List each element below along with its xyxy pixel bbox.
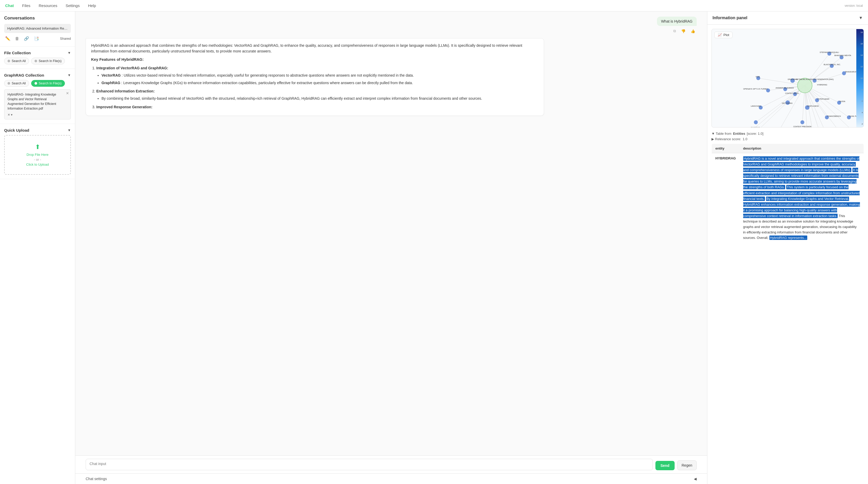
quick-upload-section: Quick Upload ▼ ⬆ Drop File Here - or - C… [0,124,75,179]
svg-point-41 [801,120,804,124]
toggle-dot [7,60,10,62]
toggle-dot-2 [34,60,37,62]
chat-input-area: Send Regen [75,455,707,473]
graphrag-collection-toggles: Search All Search In File(s) [4,80,71,87]
graphrag-collection-section: GraphRAG Collection ▼ Search All Search … [0,69,75,124]
toggle-dot-4 [34,82,37,85]
graphrag-collection-label: GraphRAG Collection [4,73,44,78]
entity-column-header: entity [712,144,740,153]
scale-bar: 18 16 14 12 10 8 6 4 2 [856,29,864,127]
shared-badge: Shared [60,37,71,40]
svg-text:LANGCHAIN: LANGCHAIN [751,105,761,107]
plot-tab-label: Plot [723,33,729,37]
conversation-item[interactable]: HybridRAG: Advanced Information Retrievc [4,24,71,33]
file-card-name: HybridRAG- Integrating Knowledge Graphs … [7,92,67,111]
chat-settings-chevron-icon: ◀ [694,477,697,481]
bot-features-title: Key Features of HybridRAG: [91,56,538,63]
conversations-section: Conversations HybridRAG: Advanced Inform… [0,11,75,47]
feature1-title: Integration of VectorRAG and GraphRAG: [96,65,538,71]
delete-button[interactable]: 🗑 [14,35,20,42]
description-highlighted-5: HybridRAG represents... [769,236,807,240]
chat-input[interactable] [86,459,653,470]
plot-icon: 📈 [718,33,722,37]
info-panel-title: Information panel [713,16,747,20]
description-column-header: description [740,144,864,153]
file-collection-label: File Collection [4,51,31,55]
scale-6: 6 [857,100,863,102]
copy-message-button[interactable]: ⧉ [672,28,678,34]
upload-icon: ⬆ [9,143,66,151]
graphrag-search-all-button[interactable]: Search All [4,80,29,87]
thumbsdown-button[interactable]: 👎 [680,28,687,34]
svg-text:VECTORRAG: VECTORRAG [782,102,793,104]
nav-settings[interactable]: Settings [66,3,80,8]
upload-area[interactable]: ⬆ Drop File Here - or - Click to Upload [4,135,71,175]
relevance-expand-button[interactable]: ▶ Relevance score: [711,137,741,141]
quick-upload-label: Quick Upload [4,128,29,132]
scale-14: 14 [857,54,863,56]
svg-text:BLACKROCK, INC.: BLACKROCK, INC. [824,63,841,66]
file-collection-header: File Collection ▼ [4,51,71,55]
plot-area: 📈 Plot [711,29,864,127]
svg-point-57 [797,78,812,93]
graph-label: GraphRAG [101,81,120,85]
nav-resources[interactable]: Resources [39,3,57,8]
relevance-row: ▶ Relevance score: 1.0 [711,137,864,141]
info-panel: Information panel ▼ 📈 Plot [707,11,868,484]
chat-settings-bar[interactable]: Chat settings ◀ [75,473,707,484]
svg-text:BHAGASH MEHTA: BHAGASH MEHTA [834,54,851,57]
thumbsup-button[interactable]: 👍 [689,28,697,34]
bot-message: HybridRAG is an advanced approach that c… [86,38,544,116]
file-card-more[interactable]: ✕ ▾ [7,113,67,117]
drop-text: Drop File Here [9,153,66,157]
scale-8: 8 [857,89,863,91]
svg-text:PYPDFOADER: PYPDFOADER [818,98,830,100]
conversations-title: Conversations [4,16,71,21]
chat-settings-label: Chat settings [86,477,107,481]
table-from-score: [score: 1.0] [747,132,764,135]
file-search-all-label: Search All [12,59,26,63]
quick-upload-chevron[interactable]: ▼ [67,128,71,132]
quick-upload-header: Quick Upload ▼ [4,128,71,132]
svg-text:ANSWER RELEVANCE: ANSWER RELEVANCE [776,87,794,89]
graphrag-file-card: HybridRAG- Integrating Knowledge Graphs … [4,89,71,119]
file-search-in-files-button[interactable]: Search In File(s) [31,58,65,64]
conversation-actions: ✏️ 🗑 🔗 📑 Shared [4,35,71,42]
table-from-label: ▼ Table from Entities [score: 1.0] [711,132,864,135]
svg-text:OPENAI'S GPT-3.5-TURBO: OPENAI'S GPT-3.5-TURBO [743,88,768,90]
entities-table: entity description HYBRIDRAG HybridRAG i… [711,144,864,244]
file-search-in-files-label: Search In File(s) [39,59,62,63]
graphrag-collection-header: GraphRAG Collection ▼ [4,73,71,78]
version-label: version: local [845,4,863,7]
graphrag-collection-chevron[interactable]: ▼ [67,73,71,77]
graphrag-search-in-files-button[interactable]: Search In File(s) [31,80,65,87]
svg-text:CONTEXT RECA...: CONTEXT RECA... [785,92,800,94]
regen-button[interactable]: Regen [677,460,697,470]
toggle-dot-3 [7,82,10,85]
edit-button[interactable]: ✏️ [4,35,11,42]
file-card-close-button[interactable]: ✕ [66,91,69,95]
upload-or-text: - or - [9,158,66,161]
table-from-expand-button[interactable]: ▼ Table from [711,132,732,135]
svg-text:CONTEXT PRECISION: CONTEXT PRECISION [793,126,811,127]
svg-text:USEFULNESS: USEFULNESS [807,105,819,107]
nav-help[interactable]: Help [88,3,96,8]
scale-10: 10 [857,77,863,80]
bookmark-button[interactable]: 📑 [33,35,40,42]
file-collection-toggles: Search All Search In File(s) [4,58,71,64]
info-panel-chevron-button[interactable]: ▼ [859,16,863,20]
feature1-items: VectorRAG : Utilizes vector-based retrie… [96,72,538,86]
nav-chat[interactable]: Chat [5,3,14,8]
click-to-upload-text[interactable]: Click to Upload [9,162,66,167]
svg-text:PINECONE: PINECONE [751,127,760,127]
scale-2: 2 [857,123,863,125]
file-collection-chevron[interactable]: ▼ [67,51,71,55]
entity-cell: HYBRIDRAG [712,153,740,244]
send-button[interactable]: Send [655,461,675,470]
nav-files[interactable]: Files [22,3,30,8]
graphrag-search-all-label: Search All [12,82,26,85]
svg-text:KGS: KGS [755,75,760,78]
file-search-all-button[interactable]: Search All [4,58,29,64]
plot-tab[interactable]: 📈 Plot [714,32,733,38]
link-button[interactable]: 🔗 [23,35,30,42]
